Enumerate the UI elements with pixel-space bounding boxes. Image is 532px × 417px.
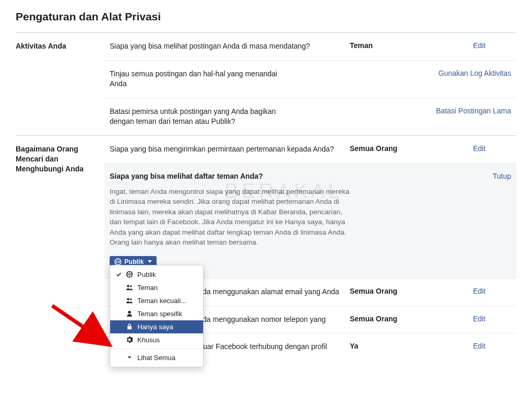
edit-link[interactable]: Edit xyxy=(473,315,486,323)
dropdown-item-lock[interactable]: Hanya saya xyxy=(110,320,203,333)
dropdown-item-label: Teman xyxy=(137,284,158,292)
section-activity: Aktivitas Anda Siapa yang bisa melihat p… xyxy=(16,33,516,136)
row-value: Semua Orang xyxy=(350,315,433,323)
edit-link[interactable]: Edit xyxy=(473,41,486,50)
row-desc: Siapa yang bisa mengirimkan permintaan p… xyxy=(110,144,350,155)
page-title: Pengaturan dan Alat Privasi xyxy=(16,10,516,32)
dropdown-item-gear[interactable]: Khusus xyxy=(110,333,203,346)
close-link[interactable]: Tutup xyxy=(493,172,511,180)
row-future-posts: Siapa yang bisa melihat postingan Anda d… xyxy=(104,33,516,60)
row-desc: Batasi pemirsa untuk postingan yang Anda… xyxy=(110,107,298,127)
row-value: Teman xyxy=(350,41,433,50)
row-value: Ya xyxy=(350,342,433,350)
dropdown-item-friends[interactable]: Teman kecuali... xyxy=(110,294,203,307)
dropdown-item-label: Teman kecuali... xyxy=(137,297,186,305)
friends-icon xyxy=(126,284,133,291)
dropdown-item-person[interactable]: Teman spesifik xyxy=(110,307,203,320)
row-review-tags: Tinjau semua postingan dan hal-hal yang … xyxy=(104,60,516,98)
friends-icon xyxy=(126,297,133,304)
section-label-activity: Aktivitas Anda xyxy=(16,33,104,135)
edit-link[interactable]: Edit xyxy=(473,144,486,153)
dropdown-item-label: Khusus xyxy=(137,336,160,344)
svg-point-6 xyxy=(128,311,131,314)
row-friend-request: Siapa yang bisa mengirimkan permintaan p… xyxy=(104,136,516,163)
section-label-contact: Bagaimana Orang Mencari dan Menghubungi … xyxy=(16,136,104,370)
row-value: Semua Orang xyxy=(350,287,433,295)
lock-icon xyxy=(126,323,133,330)
edit-link[interactable]: Edit xyxy=(473,287,486,295)
dropdown-item-label: Publik xyxy=(137,271,156,279)
activity-log-link[interactable]: Gunakan Log Aktivitas xyxy=(439,69,511,77)
row-desc: Siapa yang bisa melihat postingan Anda d… xyxy=(110,41,350,52)
check-icon xyxy=(115,272,122,277)
svg-rect-7 xyxy=(127,326,132,329)
expanded-title: Siapa yang bisa melihat daftar teman And… xyxy=(110,172,493,180)
dropdown-item-downarrow[interactable]: Lihat Semua xyxy=(110,351,203,364)
globe-icon xyxy=(126,271,133,278)
row-friend-list-expanded: BERAKAL Siapa yang bisa melihat daftar t… xyxy=(104,163,516,278)
dropdown-separator xyxy=(110,349,203,349)
svg-point-2 xyxy=(127,285,129,287)
person-icon xyxy=(126,310,133,317)
dropdown-item-label: Teman spesifik xyxy=(137,310,182,318)
dropdown-item-globe[interactable]: Publik xyxy=(110,268,203,281)
svg-point-4 xyxy=(127,298,129,300)
row-limit-past: Batasi pemirsa untuk postingan yang Anda… xyxy=(104,98,516,135)
dropdown-item-label: Hanya saya xyxy=(137,323,173,331)
row-desc: Tinjau semua postingan dan hal-hal yang … xyxy=(110,69,298,89)
audience-button-label: Publik xyxy=(124,258,144,265)
expanded-description: Ingat, teman Anda mengontrol siapa yang … xyxy=(110,187,350,248)
limit-past-link[interactable]: Batasi Postingan Lama xyxy=(436,107,511,115)
edit-link[interactable]: Edit xyxy=(473,342,486,350)
audience-dropdown: PublikTemanTeman kecuali...Teman spesifi… xyxy=(110,265,204,367)
section-contact: Bagaimana Orang Mencari dan Menghubungi … xyxy=(16,136,516,370)
dropdown-item-friends[interactable]: Teman xyxy=(110,281,203,294)
globe-icon xyxy=(114,258,122,265)
gear-icon xyxy=(126,336,133,343)
dropdown-item-label: Lihat Semua xyxy=(137,354,175,362)
downarrow-icon xyxy=(126,354,133,361)
svg-point-3 xyxy=(130,285,132,287)
row-value: Semua Orang xyxy=(350,144,433,153)
svg-point-5 xyxy=(130,298,132,300)
chevron-down-icon xyxy=(148,260,152,263)
